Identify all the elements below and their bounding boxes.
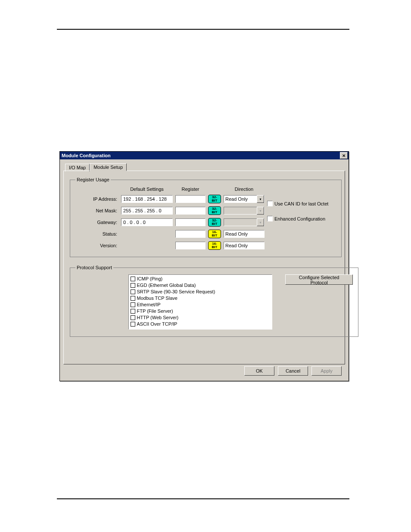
ip-address-field[interactable]: 192 . 168 . 254 . 128: [121, 195, 173, 203]
dialog-body: I/O Map Module Setup Register Usage Defa…: [60, 159, 349, 381]
version-direction-field: Read Only: [224, 242, 265, 249]
use-can-id-checkbox[interactable]: Use CAN ID for last Octet: [267, 201, 336, 206]
status-direction-value: Read Only: [225, 231, 248, 236]
label-status: Status:: [75, 231, 118, 236]
protocol-item-ethernetip[interactable]: Ethernet/IP: [131, 302, 271, 308]
protocol-item-icmp[interactable]: ICMP (Ping): [131, 276, 271, 282]
checkbox-icon: [131, 277, 135, 281]
ip-register-input[interactable]: [175, 195, 206, 203]
protocol-item-modbus[interactable]: Modbus TCP Slave: [131, 295, 271, 302]
apply-button: Apply: [311, 366, 342, 376]
dialog-buttons: OK Cancel Apply: [63, 364, 345, 376]
configure-selected-protocol-button[interactable]: Configure Selected Protocol: [285, 274, 353, 285]
use-can-label: Use CAN ID for last Octet: [274, 201, 328, 206]
register-usage-group: Register Usage Default Settings Register…: [70, 177, 342, 257]
right-options: Use CAN ID for last Octet Enhanced Confi…: [267, 201, 336, 221]
mask-register-input[interactable]: [175, 207, 206, 215]
checkbox-icon: [131, 289, 135, 294]
cancel-button[interactable]: Cancel: [278, 366, 308, 376]
header-register: Register: [175, 187, 206, 192]
register-table: Default Settings Register Direction IP A…: [75, 187, 336, 250]
dialog-title: Module Configuration: [62, 153, 111, 158]
page-rule-top: [57, 29, 349, 30]
checkbox-icon: [131, 302, 135, 307]
protocol-support-group: Protocol Support ICMP (Ping) EGD (Ethern…: [70, 265, 358, 337]
tab-module-setup[interactable]: Module Setup: [90, 163, 127, 171]
titlebar: Module Configuration ✕: [60, 152, 349, 159]
tabs: I/O Map Module Setup: [65, 163, 345, 171]
gateway-field[interactable]: 0 . 0 . 0 . 0: [121, 218, 173, 226]
ip-direction-dropdown[interactable]: Read Only ▼: [224, 195, 265, 203]
checkbox-icon: [131, 322, 135, 327]
gateway-direction-dropdown: ▼: [224, 218, 265, 226]
protocol-item-ascii[interactable]: ASCII Over TCP/IP: [131, 321, 271, 327]
net-mask-field[interactable]: 255 . 255 . 255 . 0: [121, 207, 173, 215]
ok-button[interactable]: OK: [244, 366, 274, 376]
module-configuration-dialog: Module Configuration ✕ I/O Map Module Se…: [59, 151, 349, 381]
protocol-item-http[interactable]: HTTP (Web Server): [131, 314, 271, 321]
gateway-register-input[interactable]: [175, 218, 206, 226]
page-rule-bottom: [57, 498, 349, 499]
protocol-item-ftp[interactable]: FTP (File Server): [131, 308, 271, 314]
checkbox-icon: [267, 201, 273, 206]
close-button[interactable]: ✕: [340, 152, 348, 159]
protocol-item-srtp[interactable]: SRTP Slave (90-30 Service Request): [131, 289, 271, 295]
gateway-bits-badge: 32-BIT: [208, 218, 221, 227]
label-ip-address: IP Address:: [75, 196, 118, 202]
header-default: Default Settings: [121, 187, 173, 192]
checkbox-icon: [131, 283, 135, 288]
protocol-list[interactable]: ICMP (Ping) EGD (Ethernet Global Data) S…: [128, 274, 273, 330]
status-bits-badge: 16-BIT: [208, 230, 221, 238]
dropdown-arrow-icon: ▼: [257, 207, 264, 215]
mask-bits-badge: 32-BIT: [208, 206, 221, 215]
checkbox-icon: [131, 315, 135, 320]
header-direction: Direction: [224, 187, 265, 192]
version-bits-badge: 16-BIT: [208, 241, 221, 250]
tab-panel: Register Usage Default Settings Register…: [63, 171, 345, 364]
dropdown-arrow-icon: ▼: [257, 195, 264, 203]
label-net-mask: Net Mask:: [75, 208, 118, 213]
label-gateway: Gateway:: [75, 220, 118, 225]
label-version: Version:: [75, 243, 118, 248]
checkbox-icon: [267, 216, 273, 221]
dropdown-arrow-icon: ▼: [257, 218, 264, 226]
ip-bits-badge: 32-BIT: [208, 195, 221, 203]
enhanced-label: Enhanced Configuration: [274, 216, 325, 221]
version-direction-value: Read Only: [225, 243, 248, 248]
ip-direction-value: Read Only: [225, 196, 248, 202]
status-register-input[interactable]: [175, 230, 206, 238]
enhanced-config-checkbox[interactable]: Enhanced Configuration: [267, 216, 336, 221]
mask-direction-dropdown: ▼: [224, 207, 265, 215]
status-direction-field: Read Only: [224, 230, 265, 238]
protocol-item-egd[interactable]: EGD (Ethernet Global Data): [131, 282, 271, 289]
register-usage-legend: Register Usage: [75, 177, 111, 182]
checkbox-icon: [131, 309, 135, 314]
version-register-input[interactable]: [175, 242, 206, 249]
checkbox-icon: [131, 296, 135, 301]
protocol-support-legend: Protocol Support: [75, 265, 113, 270]
